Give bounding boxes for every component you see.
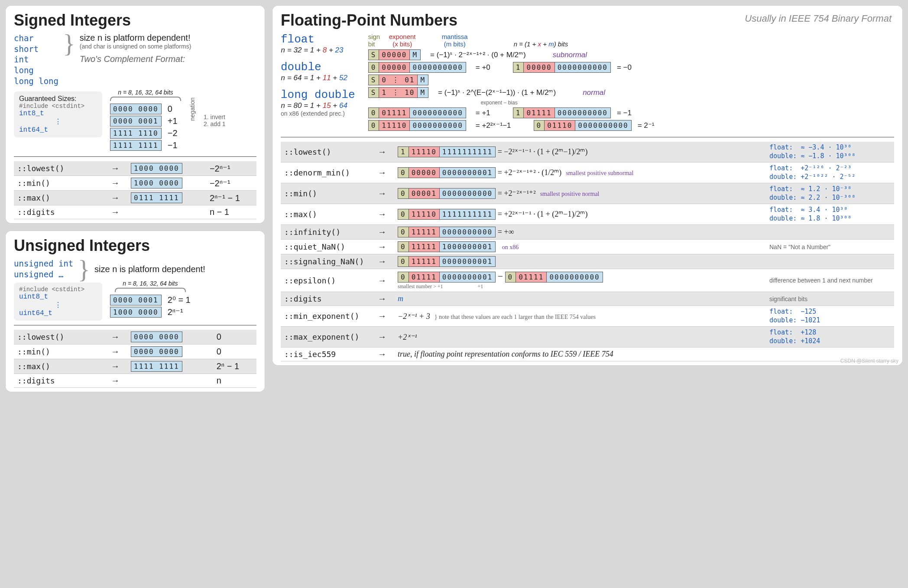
arrow-icon [107, 191, 127, 205]
fp-limit-fn: ::min() [281, 183, 374, 204]
fp-limit-fn: ::max_exponent() [281, 327, 374, 348]
int8t: int8_t [19, 110, 97, 117]
limit-fn: ::digits [14, 374, 107, 387]
fp-bitfield: 0000010000000000 [398, 188, 496, 199]
arrow-icon [374, 162, 394, 183]
signed-limits-table: ::lowest()1000 0000−2ⁿ⁻¹::min()1000 0000… [14, 161, 256, 219]
limit-fn: ::min() [14, 176, 107, 191]
panel-floating-point: Floating-Point Numbers Usually in IEEE 7… [272, 5, 903, 366]
limit-fn: ::digits [14, 205, 107, 219]
bitfield: 1000 0000 [131, 178, 182, 188]
arrow-icon [374, 292, 394, 306]
bitfield: 0000 0000 [131, 346, 182, 357]
negation-label: negation [189, 97, 196, 121]
fp-limit-fn: ::lowest() [281, 142, 374, 162]
arrow-icon [107, 161, 127, 176]
fp-limit-fn: ::quiet_NaN() [281, 240, 374, 254]
bitfield: 0000 0001 [110, 116, 162, 127]
bitfield: 0000 0000 [110, 104, 162, 114]
int64t: int64_t [19, 126, 97, 134]
platform-note: size n is platform dependent! [80, 33, 191, 43]
bitfield: 1111 1111 [131, 361, 182, 372]
n-formula: n = (1 + x + m) bits [514, 40, 568, 48]
include-cstdint: #include <cstdint> [19, 103, 97, 110]
fp-bitfield: 0011110000000000 [368, 107, 466, 118]
signed-title: Signed Integers [14, 11, 256, 29]
limit-fn: ::min() [14, 344, 107, 359]
arrow-icon [107, 359, 127, 374]
bitfield: 1111 1110 [110, 128, 162, 139]
arrow-icon [374, 348, 394, 361]
fp-bitfield: 1000000000000000 [513, 62, 611, 73]
fp-bitfield: 0000000000000001 [398, 167, 496, 178]
arrow-icon [374, 183, 394, 204]
float-bits: n = 32 = 1 + 8 + 23 [281, 46, 355, 55]
twos-complement-label: Two's Complement Format: [80, 54, 191, 64]
arrow-icon [107, 205, 127, 219]
arrow-icon [107, 344, 127, 359]
bitfield: 1000 0000 [131, 163, 182, 174]
fp-limits-table: ::lowest()1111101111111111 = −2²ˣ⁻¹⁻¹ · … [281, 142, 894, 361]
fp-bitfield: 0111100000000000 [368, 120, 466, 131]
limit-fn: ::lowest() [14, 161, 107, 176]
arrow-icon [374, 204, 394, 225]
fp-limit-fn: ::epsilon() [281, 269, 374, 292]
bits-label: n = 8, 16, 32, 64 bits [110, 89, 181, 96]
fp-bitfield: 0111110000000001 [398, 256, 496, 267]
arrow-icon [374, 142, 394, 162]
arrow-icon [107, 330, 127, 344]
fp-bitfield: 0111101111111111 [398, 209, 496, 220]
fp-bitfield: 1111101111111111 [398, 146, 496, 157]
watermark: CSDN @Silent starry sky [840, 358, 898, 364]
limit-fn: ::lowest() [14, 330, 107, 344]
double-bits: n = 64 = 1 + 11 + 52 [281, 74, 355, 82]
panel-signed-integers: Signed Integers char short int long long… [5, 5, 265, 224]
unsigned-limits-table: ::lowest()0000 00000::min()0000 00000::m… [14, 330, 256, 388]
signed-types: char short int long long long [14, 33, 58, 86]
bitfield: 0111 1111 [131, 192, 182, 203]
limit-fn: ::max() [14, 359, 107, 374]
brace-icon: } [78, 259, 90, 279]
fp-limit-fn: ::max() [281, 204, 374, 225]
bitfield: 1000 0000 [110, 307, 162, 318]
unsigned-platform-note: size n is platform dependent! [94, 264, 205, 274]
limit-fn: ::max() [14, 191, 107, 205]
fp-limit-fn: ::min_exponent() [281, 306, 374, 327]
char-note: (and char is unsigned on some platforms) [80, 43, 191, 50]
fp-limit-fn: ::signaling_NaN() [281, 254, 374, 269]
panel-unsigned-integers: Unsigned Integers unsigned int unsigned … [5, 231, 265, 392]
unsigned-types: unsigned int unsigned … [14, 258, 73, 279]
fp-limit-fn: ::digits [281, 292, 374, 306]
arrow-icon [374, 327, 394, 348]
arrow-icon [107, 176, 127, 191]
fp-bitfield: 0011110000000000 [505, 272, 603, 283]
brace-icon: } [63, 33, 75, 54]
arrow-icon [374, 306, 394, 327]
fp-limit-fn: ::denorm_min() [281, 162, 374, 183]
arrow-icon [374, 240, 394, 254]
fp-limit-fn: ::infinity() [281, 225, 374, 240]
bitfield: 1111 1111 [110, 140, 162, 151]
arrow-icon [374, 254, 394, 269]
arrow-icon [107, 374, 127, 387]
bitfield: 0000 0000 [131, 331, 182, 342]
fp-limit-fn: ::is_iec559 [281, 348, 374, 361]
guaranteed-label: Guaranteed Sizes: [19, 95, 97, 103]
fp-bitfield: 0011110000000001 [398, 272, 496, 283]
fp-bitfield: 1011110000000000 [513, 107, 611, 118]
longdouble-bits: n = 80 = 1 + 15 + 64 [281, 101, 355, 110]
unsigned-title: Unsigned Integers [14, 237, 256, 255]
fp-bitfield: S00000M [368, 49, 421, 60]
arrow-icon [374, 225, 394, 240]
arrow-icon [374, 269, 394, 292]
fp-bitfield: 0000000000000000 [368, 62, 466, 73]
fp-bitfield: 0111111000000001 [398, 241, 496, 252]
fp-bitfield: S1 ⋮ 10M [368, 87, 428, 98]
fp-bitfield: S0 ⋮ 01M [368, 75, 428, 85]
bitfield: 0000 0001 [110, 295, 162, 305]
fp-bitfield: 0011100000000000 [534, 120, 632, 131]
fp-bitfield: 0111110000000000 [398, 227, 496, 237]
fp-subtitle: Usually in IEEE 754 Binary Format [745, 13, 892, 24]
